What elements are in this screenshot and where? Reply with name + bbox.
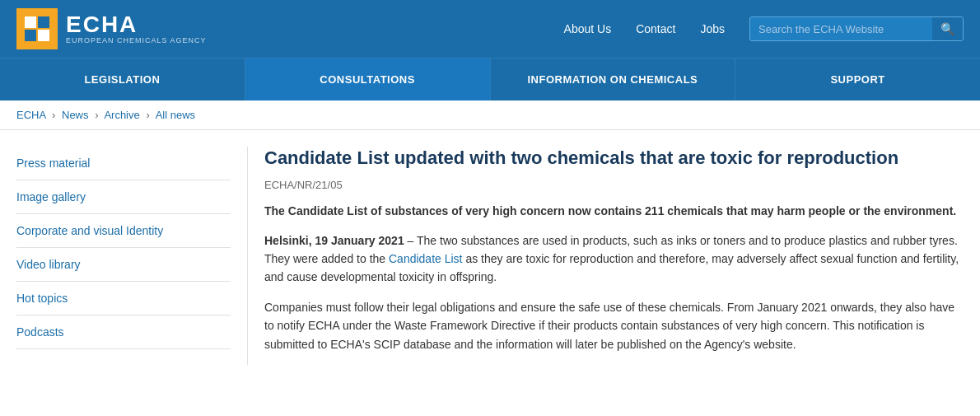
- logo-area: ECHA EUROPEAN CHEMICALS AGENCY: [16, 8, 207, 49]
- article-content: Candidate List updated with two chemical…: [247, 147, 964, 365]
- sidebar-link-press-material[interactable]: Press material: [16, 157, 90, 170]
- search-input[interactable]: [750, 18, 932, 40]
- article-body-1: Helsinki, 19 January 2021 – The two subs…: [264, 231, 964, 287]
- svg-rect-0: [18, 10, 56, 48]
- breadcrumb-echa[interactable]: ECHA: [16, 109, 45, 121]
- breadcrumb: ECHA › News › Archive › All news: [0, 100, 980, 130]
- logo-icon: [16, 8, 58, 49]
- article-lead: The Candidate List of substances of very…: [264, 203, 964, 220]
- svg-marker-3: [38, 16, 49, 28]
- sidebar-item-hot-topics[interactable]: Hot topics: [16, 282, 231, 316]
- breadcrumb-sep1: ›: [52, 109, 55, 121]
- breadcrumb-sep2: ›: [95, 109, 98, 121]
- search-button[interactable]: 🔍: [932, 17, 963, 40]
- header: ECHA EUROPEAN CHEMICALS AGENCY About Us …: [0, 0, 980, 58]
- sidebar-item-video-library[interactable]: Video library: [16, 248, 231, 282]
- sidebar-link-podcasts[interactable]: Podcasts: [16, 325, 64, 339]
- breadcrumb-news[interactable]: News: [62, 109, 89, 121]
- main-navbar: LEGISLATION CONSULTATIONS INFORMATION ON…: [0, 58, 980, 100]
- header-nav: About Us Contact Jobs 🔍: [564, 16, 964, 41]
- logo-text: ECHA EUROPEAN CHEMICALS AGENCY: [66, 13, 207, 44]
- sidebar-item-image-gallery[interactable]: Image gallery: [16, 180, 231, 214]
- breadcrumb-sep3: ›: [146, 109, 149, 121]
- nav-about[interactable]: About Us: [564, 22, 612, 35]
- nav-legislation[interactable]: LEGISLATION: [0, 58, 245, 100]
- article-candidate-list-link[interactable]: Candidate List: [389, 252, 463, 265]
- article-body-2: Companies must follow their legal obliga…: [264, 298, 964, 353]
- sidebar-link-image-gallery[interactable]: Image gallery: [16, 190, 86, 203]
- svg-marker-1: [25, 16, 36, 28]
- article-date: Helsinki, 19 January 2021: [264, 234, 404, 247]
- sidebar-item-podcasts[interactable]: Podcasts: [16, 316, 231, 349]
- logo-name: ECHA: [66, 13, 207, 36]
- nav-support[interactable]: SUPPORT: [735, 58, 980, 100]
- nav-contact[interactable]: Contact: [636, 22, 675, 35]
- sidebar: Press material Image gallery Corporate a…: [16, 147, 247, 365]
- svg-marker-2: [25, 30, 36, 41]
- sidebar-link-video-library[interactable]: Video library: [16, 258, 81, 271]
- breadcrumb-archive[interactable]: Archive: [104, 109, 139, 121]
- main-content: Press material Image gallery Corporate a…: [0, 130, 980, 381]
- svg-marker-4: [38, 30, 49, 41]
- nav-jobs[interactable]: Jobs: [700, 22, 725, 35]
- sidebar-item-press-material[interactable]: Press material: [16, 147, 231, 180]
- sidebar-link-hot-topics[interactable]: Hot topics: [16, 292, 68, 305]
- nav-consultations[interactable]: CONSULTATIONS: [245, 58, 491, 100]
- sidebar-item-corporate-identity[interactable]: Corporate and visual Identity: [16, 214, 231, 248]
- article-title: Candidate List updated with two chemical…: [264, 147, 964, 171]
- search-bar: 🔍: [749, 16, 964, 41]
- sidebar-link-corporate-identity[interactable]: Corporate and visual Identity: [16, 224, 163, 237]
- breadcrumb-all-news[interactable]: All news: [156, 109, 195, 121]
- article-ref: ECHA/NR/21/05: [264, 179, 964, 191]
- nav-information-on-chemicals[interactable]: INFORMATION ON CHEMICALS: [491, 58, 736, 100]
- logo-subtitle: EUROPEAN CHEMICALS AGENCY: [66, 36, 207, 44]
